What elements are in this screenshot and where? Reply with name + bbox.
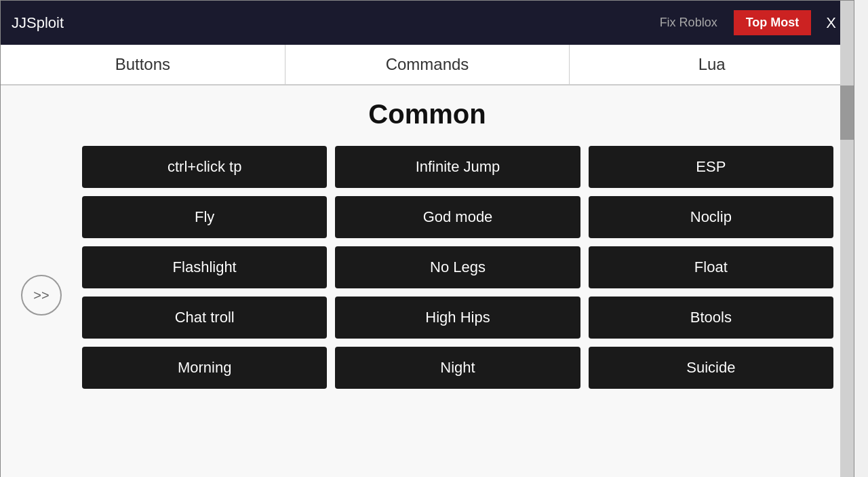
command-button[interactable]: Flashlight [82, 246, 327, 288]
tabs: Buttons Commands Lua [1, 45, 854, 85]
tab-buttons[interactable]: Buttons [1, 45, 285, 84]
top-most-button[interactable]: Top Most [734, 10, 812, 35]
section-title: Common [21, 99, 833, 130]
nav-arrow-button[interactable]: >> [21, 275, 62, 316]
chevron-right-icon: >> [33, 288, 49, 303]
command-button[interactable]: Noclip [589, 196, 833, 238]
command-button[interactable]: Suicide [589, 347, 833, 389]
title-bar-right: Fix Roblox Top Most X [652, 10, 843, 36]
fix-roblox-button[interactable]: Fix Roblox [652, 12, 726, 34]
app-title: JJSploit [12, 14, 64, 32]
content-area: Common >> ctrl+click tpInfinite JumpESPF… [1, 85, 854, 477]
command-button[interactable]: ESP [589, 146, 833, 188]
commands-grid: ctrl+click tpInfinite JumpESPFlyGod mode… [82, 146, 833, 389]
command-button[interactable]: ctrl+click tp [82, 146, 327, 188]
command-button[interactable]: God mode [335, 196, 580, 238]
scrollbar[interactable] [840, 1, 854, 477]
command-button[interactable]: Float [589, 246, 833, 288]
command-button[interactable]: Chat troll [82, 297, 327, 339]
tab-lua[interactable]: Lua [570, 45, 854, 84]
command-button[interactable]: Morning [82, 347, 327, 389]
command-button[interactable]: Infinite Jump [335, 146, 580, 188]
command-button[interactable]: Night [335, 347, 580, 389]
scrollbar-thumb[interactable] [840, 85, 854, 140]
tab-commands[interactable]: Commands [285, 45, 570, 84]
command-button[interactable]: Btools [589, 297, 833, 339]
command-button[interactable]: High Hips [335, 297, 580, 339]
command-button[interactable]: No Legs [335, 246, 580, 288]
app-window: JJSploit Fix Roblox Top Most X Buttons C… [0, 0, 854, 477]
command-button[interactable]: Fly [82, 196, 327, 238]
title-bar: JJSploit Fix Roblox Top Most X [1, 1, 854, 45]
close-button[interactable]: X [819, 10, 843, 36]
